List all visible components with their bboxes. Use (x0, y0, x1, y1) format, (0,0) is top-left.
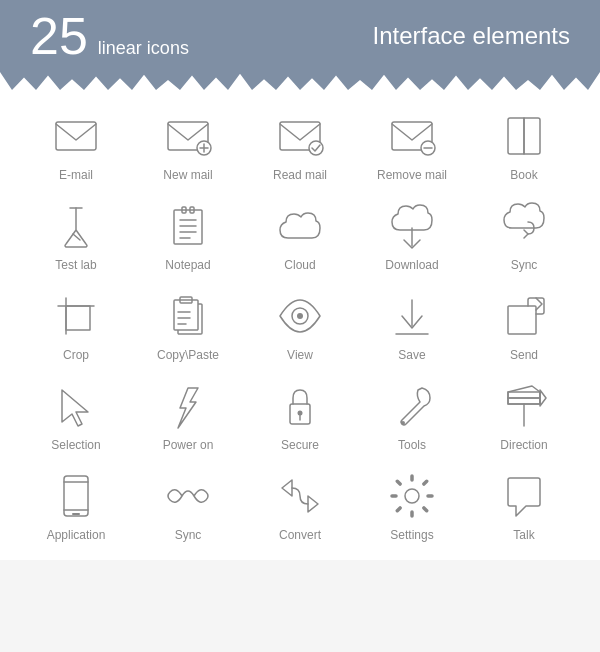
icon-cell-application: Application (20, 460, 132, 550)
read-mail-label: Read mail (273, 168, 327, 182)
icon-cell-download: Download (356, 190, 468, 280)
convert-label: Convert (279, 528, 321, 542)
icon-cell-cloud: Cloud (244, 190, 356, 280)
cloud-icon (274, 200, 326, 252)
email-icon (50, 110, 102, 162)
icons-grid: E-mail New mail Read mail (0, 90, 600, 560)
svg-marker-35 (178, 388, 198, 428)
svg-marker-34 (62, 390, 88, 426)
tools-label: Tools (398, 438, 426, 452)
icon-cell-sync2: Sync (132, 460, 244, 550)
selection-icon (50, 380, 102, 432)
send-icon (498, 290, 550, 342)
icon-cell-book: Book (468, 100, 580, 190)
test-lab-icon (50, 200, 102, 252)
copy-paste-label: Copy\Paste (157, 348, 219, 362)
svg-rect-24 (174, 300, 198, 330)
test-lab-label: Test lab (55, 258, 96, 272)
secure-icon (274, 380, 326, 432)
book-icon (498, 110, 550, 162)
header-title: Interface elements (373, 22, 570, 50)
icon-cell-read-mail: Read mail (244, 100, 356, 190)
icon-cell-tools: Tools (356, 370, 468, 460)
settings-label: Settings (390, 528, 433, 542)
icon-cell-sync: Sync (468, 190, 580, 280)
header-subtitle: linear icons (98, 38, 189, 59)
icon-cell-test-lab: Test lab (20, 190, 132, 280)
download-icon (386, 200, 438, 252)
icon-cell-save: Save (356, 280, 468, 370)
svg-rect-12 (174, 210, 202, 244)
talk-label: Talk (513, 528, 534, 542)
application-icon (50, 470, 102, 522)
selection-label: Selection (51, 438, 100, 452)
direction-icon (498, 380, 550, 432)
power-on-label: Power on (163, 438, 214, 452)
header: 25 linear icons Interface elements (0, 0, 600, 72)
application-label: Application (47, 528, 106, 542)
download-label: Download (385, 258, 438, 272)
new-mail-label: New mail (163, 168, 212, 182)
save-label: Save (398, 348, 425, 362)
header-left: 25 linear icons (30, 10, 189, 62)
svg-point-30 (297, 313, 303, 319)
svg-point-39 (401, 421, 405, 425)
svg-rect-33 (508, 306, 536, 334)
read-mail-icon (274, 110, 326, 162)
view-label: View (287, 348, 313, 362)
sync-label: Sync (511, 258, 538, 272)
cloud-label: Cloud (284, 258, 315, 272)
icon-cell-view: View (244, 280, 356, 370)
new-mail-icon (162, 110, 214, 162)
icon-cell-new-mail: New mail (132, 100, 244, 190)
svg-rect-46 (72, 513, 80, 515)
remove-mail-icon (386, 110, 438, 162)
tools-icon (386, 380, 438, 432)
icon-cell-selection: Selection (20, 370, 132, 460)
email-label: E-mail (59, 168, 93, 182)
secure-label: Secure (281, 438, 319, 452)
sync2-icon (162, 470, 214, 522)
icon-cell-send: Send (468, 280, 580, 370)
icon-cell-email: E-mail (20, 100, 132, 190)
icon-cell-settings: Settings (356, 460, 468, 550)
icon-cell-copy-paste: Copy\Paste (132, 280, 244, 370)
icon-cell-direction: Direction (468, 370, 580, 460)
crop-label: Crop (63, 348, 89, 362)
crop-icon (50, 290, 102, 342)
icon-cell-crop: Crop (20, 280, 132, 370)
book-label: Book (510, 168, 537, 182)
settings-icon (386, 470, 438, 522)
icon-cell-power-on: Power on (132, 370, 244, 460)
svg-point-47 (405, 489, 419, 503)
torn-edge (0, 72, 600, 90)
sync2-label: Sync (175, 528, 202, 542)
notepad-label: Notepad (165, 258, 210, 272)
header-number: 25 (30, 10, 88, 62)
talk-icon (498, 470, 550, 522)
icon-cell-talk: Talk (468, 460, 580, 550)
icon-cell-convert: Convert (244, 460, 356, 550)
icon-cell-secure: Secure (244, 370, 356, 460)
direction-label: Direction (500, 438, 547, 452)
convert-icon (274, 470, 326, 522)
copy-paste-icon (162, 290, 214, 342)
notepad-icon (162, 200, 214, 252)
icon-cell-remove-mail: Remove mail (356, 100, 468, 190)
view-icon (274, 290, 326, 342)
save-icon (386, 290, 438, 342)
power-on-icon (162, 380, 214, 432)
svg-rect-0 (56, 122, 96, 150)
svg-rect-22 (66, 306, 90, 330)
remove-mail-label: Remove mail (377, 168, 447, 182)
svg-point-6 (309, 141, 323, 155)
sync-icon (498, 200, 550, 252)
icon-cell-notepad: Notepad (132, 190, 244, 280)
send-label: Send (510, 348, 538, 362)
